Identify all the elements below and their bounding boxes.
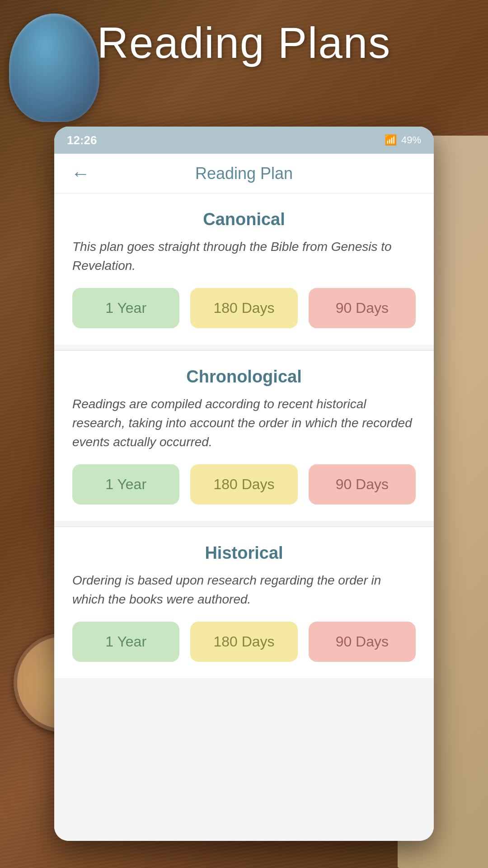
page-title-container: Reading Plans: [0, 18, 488, 68]
app-bar-title: Reading Plan: [195, 164, 293, 183]
plan-title-canonical: Canonical: [72, 210, 416, 229]
plan-title-historical: Historical: [72, 543, 416, 563]
plan-section-chronological: ChronologicalReadings are compiled accor…: [54, 351, 434, 521]
app-bar: ← Reading Plan: [54, 154, 434, 193]
plan-description-canonical: This plan goes straight through the Bibl…: [72, 237, 416, 275]
plan-title-chronological: Chronological: [72, 367, 416, 387]
plan-btn-historical-yellow[interactable]: 180 Days: [190, 622, 297, 662]
plan-buttons-chronological: 1 Year180 Days90 Days: [72, 464, 416, 505]
content-area[interactable]: CanonicalThis plan goes straight through…: [54, 193, 434, 841]
plan-section-historical: HistoricalOrdering is based upon researc…: [54, 527, 434, 678]
plan-btn-chronological-yellow[interactable]: 180 Days: [190, 464, 297, 505]
status-time: 12:26: [67, 133, 97, 147]
plan-buttons-canonical: 1 Year180 Days90 Days: [72, 288, 416, 328]
status-bar: 12:26 📶 49%: [54, 127, 434, 154]
plan-btn-canonical-red[interactable]: 90 Days: [309, 288, 416, 328]
status-icons: 📶 49%: [385, 134, 421, 146]
phone-container: 12:26 📶 49% ← Reading Plan CanonicalThis…: [54, 127, 434, 841]
plan-buttons-historical: 1 Year180 Days90 Days: [72, 622, 416, 662]
battery-level: 49%: [401, 134, 421, 146]
plan-btn-canonical-green[interactable]: 1 Year: [72, 288, 179, 328]
plan-btn-chronological-red[interactable]: 90 Days: [309, 464, 416, 505]
plan-description-historical: Ordering is based upon research regardin…: [72, 571, 416, 609]
wifi-icon: 📶: [385, 134, 397, 146]
plan-btn-canonical-yellow[interactable]: 180 Days: [190, 288, 297, 328]
plan-btn-historical-green[interactable]: 1 Year: [72, 622, 179, 662]
page-title: Reading Plans: [0, 18, 488, 68]
back-button[interactable]: ←: [67, 163, 94, 184]
plan-btn-historical-red[interactable]: 90 Days: [309, 622, 416, 662]
plan-section-canonical: CanonicalThis plan goes straight through…: [54, 193, 434, 344]
plan-btn-chronological-green[interactable]: 1 Year: [72, 464, 179, 505]
plan-description-chronological: Readings are compiled according to recen…: [72, 395, 416, 452]
